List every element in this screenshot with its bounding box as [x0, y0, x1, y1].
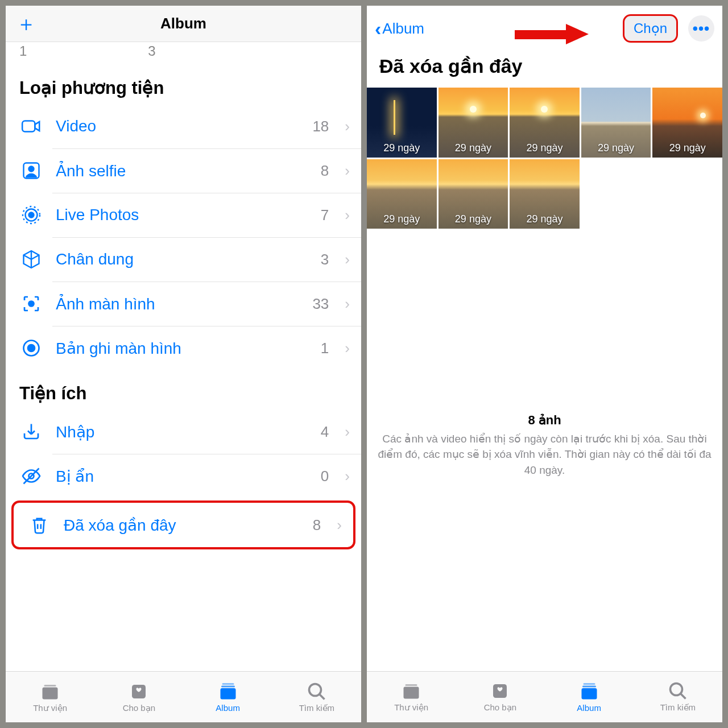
tab-label: Cho bạn: [123, 703, 155, 713]
row-imports[interactable]: Nhập 4 ›: [6, 410, 361, 454]
tab-library[interactable]: Thư viện: [6, 672, 94, 722]
chevron-right-icon: ›: [345, 118, 350, 135]
row-recently-deleted[interactable]: Đã xóa gần đây 8 ›: [14, 503, 353, 547]
svg-rect-22: [406, 684, 417, 686]
row-screen-recordings[interactable]: Bản ghi màn hình 1 ›: [6, 326, 361, 370]
tab-bar: Thư viện Cho bạn Album Tìm kiếm: [6, 671, 361, 722]
media-types-list: Video 18 › Ảnh selfie 8 › Live Photos 7 …: [6, 104, 361, 370]
tab-library[interactable]: Thư viện: [367, 672, 456, 722]
row-count: 4: [321, 423, 329, 441]
row-count: 1: [321, 340, 329, 357]
svg-rect-11: [43, 687, 58, 699]
photo-grid: 29 ngày 29 ngày 29 ngày 29 ngày 29 ngày …: [367, 88, 722, 229]
svg-line-18: [319, 694, 324, 699]
import-icon: [19, 420, 43, 444]
row-portrait[interactable]: Chân dung 3 ›: [6, 237, 361, 282]
recently-deleted-screen: ‹ Album Chọn ••• Đã xóa gần đây 29 ngày …: [367, 6, 722, 722]
for-you-icon: [490, 681, 510, 701]
search-icon: [307, 681, 327, 702]
svg-marker-20: [566, 24, 589, 44]
albums-screen: ＋ Album 1 3 Loại phương tiện Video 18 › …: [6, 6, 361, 722]
tab-album[interactable]: Album: [545, 672, 634, 722]
row-screenshots[interactable]: Ảnh màn hình 33 ›: [6, 282, 361, 326]
svg-rect-15: [221, 686, 235, 688]
photo-thumbnail[interactable]: 29 ngày: [510, 159, 580, 229]
row-label: Ảnh selfie: [56, 162, 308, 180]
days-remaining: 29 ngày: [581, 142, 651, 154]
svg-rect-25: [582, 685, 596, 687]
days-remaining: 29 ngày: [439, 142, 508, 154]
photo-thumbnail[interactable]: 29 ngày: [439, 159, 508, 229]
photo-thumbnail[interactable]: 29 ngày: [367, 159, 437, 229]
navbar: ‹ Album Chọn •••: [367, 6, 722, 51]
chevron-right-icon: ›: [345, 251, 350, 268]
tab-search[interactable]: Tìm kiếm: [272, 672, 361, 722]
svg-line-28: [680, 694, 685, 699]
row-video[interactable]: Video 18 ›: [6, 104, 361, 148]
photo-thumbnail[interactable]: 29 ngày: [439, 88, 508, 158]
row-live-photos[interactable]: Live Photos 7 ›: [6, 193, 361, 237]
svg-rect-26: [583, 683, 595, 685]
summary: 8 ảnh Các ảnh và video hiển thị số ngày …: [367, 413, 722, 487]
annotation-arrow: [515, 24, 589, 44]
more-button[interactable]: •••: [688, 15, 714, 42]
photo-count: 8 ảnh: [377, 413, 712, 428]
days-remaining: 29 ngày: [652, 142, 722, 154]
tab-label: Thư viện: [33, 703, 67, 713]
record-icon: [19, 336, 43, 360]
row-hidden[interactable]: Bị ẩn 0 ›: [6, 454, 361, 498]
tab-bar: Thư viện Cho bạn Album Tìm kiếm: [367, 671, 722, 722]
svg-rect-21: [404, 687, 419, 699]
photo-thumbnail[interactable]: 29 ngày: [367, 88, 437, 158]
days-remaining: 29 ngày: [510, 213, 580, 225]
row-label: Nhập: [56, 423, 308, 441]
svg-rect-12: [44, 685, 56, 686]
tab-album[interactable]: Album: [184, 672, 272, 722]
section-utilities: Tiện ích: [6, 370, 361, 410]
cube-icon: [19, 247, 43, 271]
photo-thumbnail[interactable]: 29 ngày: [510, 88, 580, 158]
select-button[interactable]: Chọn: [623, 14, 678, 43]
row-count: 8: [321, 162, 329, 180]
tab-for-you[interactable]: Cho bạn: [94, 672, 183, 722]
chevron-right-icon: ›: [337, 516, 342, 534]
count-1: 1: [19, 43, 27, 59]
photo-thumbnail[interactable]: 29 ngày: [652, 88, 722, 158]
row-selfies[interactable]: Ảnh selfie 8 ›: [6, 148, 361, 193]
tab-search[interactable]: Tìm kiếm: [634, 672, 722, 722]
row-count: 8: [313, 516, 321, 534]
album-icon: [218, 681, 238, 702]
chevron-right-icon: ›: [345, 206, 350, 224]
ellipsis-icon: •••: [693, 20, 710, 38]
back-button[interactable]: ‹ Album: [375, 18, 424, 40]
photo-thumbnail[interactable]: 29 ngày: [581, 88, 651, 158]
svg-point-27: [670, 684, 682, 696]
svg-rect-0: [22, 121, 35, 132]
tab-for-you[interactable]: Cho bạn: [456, 672, 544, 722]
select-label: Chọn: [634, 20, 667, 36]
days-remaining: 29 ngày: [439, 213, 508, 225]
add-album-button[interactable]: ＋: [16, 10, 36, 38]
svg-point-6: [29, 301, 34, 307]
row-label: Bản ghi màn hình: [56, 339, 308, 358]
days-remaining: 29 ngày: [367, 213, 437, 225]
row-count: 33: [312, 295, 329, 313]
summary-description: Các ảnh và video hiển thị số ngày còn lạ…: [377, 431, 712, 478]
row-count: 0: [321, 468, 329, 485]
live-photos-icon: [19, 203, 43, 227]
navbar-title: Album: [160, 15, 206, 32]
chevron-right-icon: ›: [345, 423, 350, 441]
row-label: Live Photos: [56, 206, 308, 224]
album-icon: [579, 681, 599, 702]
svg-rect-14: [220, 688, 235, 700]
selfie-icon: [19, 159, 43, 183]
video-icon: [19, 114, 43, 138]
tab-label: Tìm kiếm: [660, 702, 696, 713]
section-media-types: Loại phương tiện: [6, 65, 361, 104]
days-remaining: 29 ngày: [367, 142, 437, 154]
svg-point-17: [309, 684, 321, 696]
library-icon: [40, 681, 60, 702]
for-you-icon: [129, 681, 149, 702]
eye-slash-icon: [19, 464, 43, 488]
back-label: Album: [382, 20, 424, 38]
